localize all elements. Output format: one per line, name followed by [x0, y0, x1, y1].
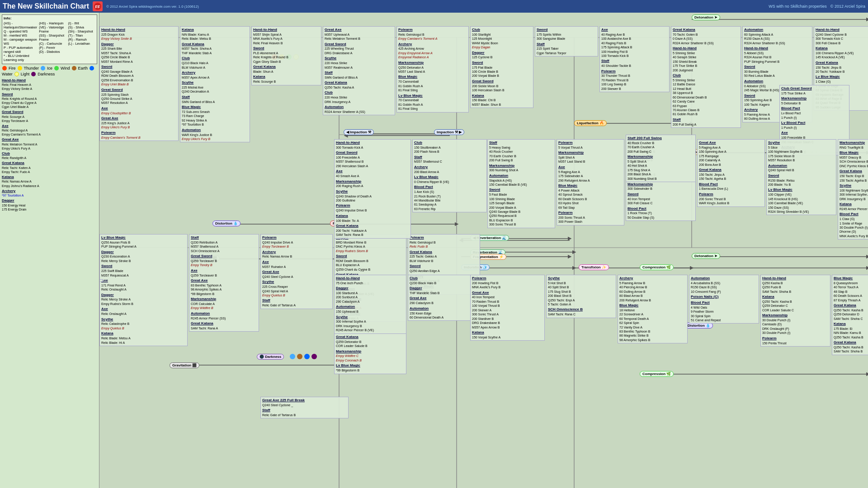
light-icon	[14, 72, 19, 76]
ws-block-blood	[99, 279, 103, 282]
chain-distortion-left: Distortion 💧	[212, 221, 241, 226]
svg-text:FF: FF	[95, 5, 100, 9]
chain-darkness: 🌑 Darkness	[257, 354, 284, 360]
ws-info-text: WS with no Skillchain properties	[769, 4, 827, 9]
dark-dark	[311, 354, 317, 359]
version-text: © 2012 Arciel Spira wilddragonhole.com v…	[106, 5, 199, 9]
content-area: Info: (HS) - Harlequin/Stormwaker Q - qu…	[0, 13, 868, 488]
chain-liquefaction: Liquefaction 🔥	[574, 120, 607, 126]
ws-block-staff-center: Staff Q230 Retribution A M357 Shattersou…	[189, 234, 259, 332]
ws-block-gk-top: Great Katana 70 Tachi: Goten B 0 Daze A …	[671, 26, 741, 128]
ice-icon	[41, 66, 45, 70]
water-icon	[90, 66, 94, 70]
chain-compression-top: Compression 🌿	[640, 264, 674, 270]
chain-gravitation-bottom: Gravitation ⬛	[170, 362, 199, 368]
ws-block-marks-right: Marksmanship RNG Trueflight B Blue Magic…	[838, 139, 868, 239]
earth-icon	[72, 66, 76, 70]
left-panel: Info: (HS) - Harlequin/Stormwaker Q - qu…	[0, 13, 99, 488]
main-container: The New Skillchain Chart FF © 2012 Arcie…	[0, 0, 868, 488]
dark-earth	[297, 354, 302, 359]
ws-block-bluemagic-left: Lv Blue Magic Q250 Asuran Fists B PUP St…	[99, 234, 188, 346]
ws-block-hth-center: Hand-to-Hand M357 Shijin Spiral A MNK As…	[251, 26, 321, 85]
ws-block-auto-bot: Automaton 4 Arcubalistra B (SS) R150 Daz…	[689, 275, 759, 324]
ws-block-polearm-bot: Polearm 200 Howling Fist B MNK Axelic's …	[470, 275, 545, 341]
ws-block-club-center2: Club 150 Skullbreaker A 200 Flash Nova B…	[412, 139, 487, 212]
ws-block-greataxe-center: Great Axe M357 Upheaval A Relic Metatron…	[323, 26, 395, 115]
element-row: Fire Thunder Ice Wind Earth Water Light …	[2, 66, 97, 76]
darkness-elements	[289, 354, 317, 359]
ws-block-hth-fr-bot: Hand-to-Hand Q250 Kasha B Q250 Fudo B SA…	[760, 275, 830, 347]
dark-water	[304, 354, 310, 359]
ws-block-scythe-right: Scythe 5 Slice 100 Nightmare Scythe B 17…	[766, 139, 836, 215]
dark-ice	[290, 354, 295, 359]
ws-block-club-center: Club 100 Startlight 125 Moonlight WHM My…	[470, 26, 533, 108]
ws-block-blu-bot: Blue Magic 8 Queasyshroom 40 Terror Touc…	[832, 275, 868, 355]
header: The New Skillchain Chart FF © 2012 Arcie…	[0, 0, 868, 13]
app-logo: FF	[93, 1, 103, 11]
copyright-text: © 2012 Arciel Spira	[830, 4, 865, 9]
ws-block-hth-center2: Hand-to-Hand 300 Tornado Kick A Great Sw…	[334, 139, 411, 239]
ws-block-hth-bot: Hand-to-Hand 75 One Inch Punch Dagger 10…	[334, 275, 406, 334]
ws-block-polearm-center: Polearm Q240 Impulse Drive A Empy Torcle…	[260, 234, 333, 309]
ws-block-polearm-rc: Polearm 5 Vorpal Thrust A Marksmanship S…	[557, 139, 624, 225]
header-right: WS with no Skillchain properties © 2012 …	[769, 4, 865, 9]
info-box: Info: (HS) - Harlequin/Stormwaker Q - qu…	[2, 14, 97, 64]
chain-impaction-right: Impaction ⚒ ▶	[434, 129, 464, 135]
ws-block-scythe-bot: Scythe 5 Hot Shot B 40 Split Shot B 175 …	[546, 275, 616, 318]
chain-impaction-left: ◀ Impaction ⚒	[344, 129, 374, 135]
ws-block-hth-top: Hand-to-Hand 225 Dragon Kick Empy Victor…	[99, 26, 179, 141]
ws-block-ga-right: Great Axe 5 Raging Axe A 150 Spinning Ax…	[697, 139, 765, 207]
thunder-icon	[18, 66, 22, 70]
chain-detonation-bottom: Detonation ➤	[692, 253, 720, 259]
wind-icon	[54, 66, 59, 70]
ws-block-polearm-top: Polearm Relic Geirskogul B Empy Camlann'…	[396, 26, 469, 113]
info-legend: (HS) - Harlequin/Stormwaker Q - quested …	[4, 21, 95, 62]
main-chart: Detonation ➤ ◀ Impaction ⚒ Impaction ⚒ ▶…	[99, 13, 868, 488]
info-title: Info:	[4, 16, 95, 20]
ws-block-katana-top: Katana NIN Blade: Kamu A Relic Blade: Me…	[180, 26, 250, 142]
ws-block-gk-bot: Great Katana Q259 Detonator B COR Leader…	[334, 333, 406, 374]
left-ws-list: Hand-to-Hand Relic Final Heaven A Empy V…	[2, 78, 97, 211]
chain-compression-bottom: Compression 🌿	[640, 371, 674, 377]
chain-transfixion: Transfixion ✨	[579, 264, 609, 270]
ws-block-archery-bot: Archery 5 Flaming Arrow B 40 Piercing Ar…	[618, 275, 688, 343]
dark-icon	[31, 72, 36, 76]
app-title: The New Skillchain Chart	[3, 2, 89, 10]
ws-block-sword-top: Sword 175 Spirits Within 300 Sanguine Bl…	[535, 26, 598, 56]
ws-block-staff-detonation: Staff 200 Full Swing 40 Rock Crusher B 7…	[626, 135, 696, 182]
chain-detonation-top: Detonation ➤	[692, 14, 720, 20]
ws-block-staff-c: Staff 5 Heavy Swing 40 Rock Crusher 70 E…	[487, 139, 555, 228]
fire-icon	[2, 66, 7, 70]
ws-block-axe-top: Axe 40 Raging Axe B 100 Avalanche Axe B …	[599, 26, 670, 92]
ws-block-ga-dark: Great Axe 225 Full Break Q240 Steel Cycl…	[260, 397, 349, 418]
